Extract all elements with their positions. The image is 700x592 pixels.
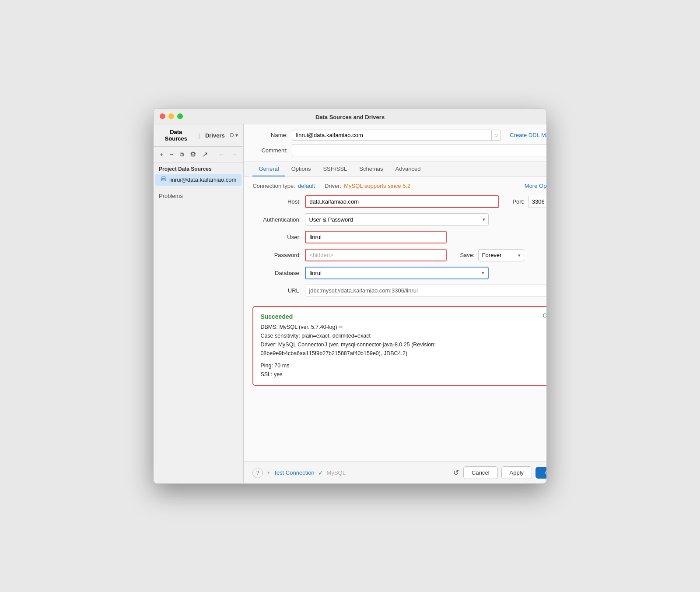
test-check-icon: ✓ <box>318 469 323 476</box>
database-chevron-icon[interactable]: ▾ <box>478 268 488 278</box>
host-row: Host: Port: <box>252 195 547 208</box>
close-button[interactable] <box>160 113 165 119</box>
form-section: Host: Port: Authentication: <box>252 195 547 390</box>
minimize-button[interactable] <box>168 113 174 119</box>
user-input[interactable] <box>306 232 376 243</box>
url-label: URL: <box>252 287 301 294</box>
export-button[interactable]: ↗ <box>200 149 210 159</box>
tab-options[interactable]: Options <box>285 162 317 176</box>
copy-button[interactable]: Copy <box>542 312 547 319</box>
more-options-link[interactable]: More Options ▾ <box>525 183 547 189</box>
name-input-wrap: ○ <box>292 130 501 141</box>
success-title: Succeeded <box>260 313 547 320</box>
pass-input-wrap <box>305 249 447 261</box>
test-conn-arrow-icon: ▾ <box>267 470 270 476</box>
left-panel-dropdown[interactable]: ▾ <box>235 132 238 138</box>
save-group: Save: Forever Until restart Never <box>460 249 524 261</box>
host-input[interactable] <box>306 196 402 207</box>
name-circle-button[interactable]: ○ <box>492 130 501 141</box>
project-data-sources-header: Project Data Sources <box>154 162 243 174</box>
success-box: Succeeded Copy DBMS: MySQL (ver. 5.7.40-… <box>252 306 547 386</box>
test-mysql-label: MySQL <box>327 469 346 476</box>
password-label: Password: <box>252 252 301 258</box>
content-area: Connection type: default Driver: MySQL s… <box>244 176 547 462</box>
test-connection-area: ▾ Test Connection ✓ MySQL ↺ <box>267 469 459 477</box>
left-tab-bar: Data Sources | Drivers D ▾ <box>154 124 243 147</box>
remove-datasource-button[interactable]: − <box>168 150 175 159</box>
forward-button[interactable]: → <box>228 150 239 159</box>
problems-section: Problems <box>154 189 243 203</box>
back-button[interactable]: ← <box>216 150 227 159</box>
tab-general[interactable]: General <box>252 162 285 176</box>
host-extra-input[interactable] <box>402 196 498 207</box>
auth-select-wrap: User & Password No auth LDAP <box>305 213 489 226</box>
export-icon: ↗ <box>202 150 208 159</box>
port-input[interactable] <box>528 196 547 208</box>
port-label: Port: <box>512 198 524 205</box>
gear-icon: ⚙ <box>190 150 196 159</box>
settings-button[interactable]: ⚙ <box>188 149 198 159</box>
bottom-bar: ? ▾ Test Connection ✓ MySQL ↺ Cancel App… <box>244 462 547 483</box>
user-extra-input[interactable] <box>376 232 446 243</box>
pencil-icon[interactable]: ✏ <box>339 324 343 330</box>
action-toolbar: + − ⧉ ⚙ ↗ ← → <box>154 147 243 162</box>
host-input-wrap <box>305 195 499 208</box>
cancel-button[interactable]: Cancel <box>463 466 497 479</box>
comment-input[interactable] <box>292 144 547 156</box>
user-label: User: <box>252 234 301 240</box>
copy-datasource-button[interactable]: ⧉ <box>178 150 186 159</box>
tab-separator: | <box>199 132 200 139</box>
pass-extra-input[interactable] <box>376 250 446 261</box>
success-ssl: SSL: yes <box>260 370 547 379</box>
port-group: Port: <box>512 196 547 208</box>
driver-label: Driver: <box>325 183 341 189</box>
comment-row: Comment: ↗ <box>252 144 547 156</box>
conn-type-row: Connection type: default Driver: MySQL s… <box>252 183 547 189</box>
copy-icon: ⧉ <box>180 151 184 158</box>
database-label: Database: <box>252 270 301 276</box>
datasource-item[interactable]: linrui@data.kaifamiao.com <box>155 174 242 186</box>
auth-select[interactable]: User & Password No auth LDAP <box>305 213 489 226</box>
save-select[interactable]: Forever Until restart Never <box>478 249 524 261</box>
password-input[interactable] <box>306 250 376 261</box>
maximize-button[interactable] <box>177 113 183 119</box>
window-controls <box>160 113 183 119</box>
tab-ssh-ssl[interactable]: SSH/SSL <box>317 162 353 176</box>
left-panel-icon: D <box>230 132 234 138</box>
success-dbms: DBMS: MySQL (ver. 5.7.40-log) ✏ <box>260 323 547 331</box>
main-window: Data Sources and Drivers Data Sources | … <box>153 108 547 484</box>
url-input[interactable] <box>305 285 547 296</box>
name-input[interactable] <box>292 130 492 141</box>
tabs-bar: General Options SSH/SSL Schemas Advanced <box>244 162 547 176</box>
name-label: Name: <box>252 132 287 138</box>
auth-label: Authentication: <box>252 216 301 223</box>
driver-value[interactable]: MySQL supports since 5.2 <box>344 183 410 189</box>
database-input[interactable] <box>306 268 478 278</box>
datasource-label: linrui@data.kaifamiao.com <box>169 176 236 183</box>
right-panel: Name: ○ Create DDL Mapping Comment: ↗ Ge… <box>244 124 547 483</box>
user-input-wrap <box>305 231 447 243</box>
ok-button[interactable]: OK <box>536 467 547 479</box>
help-button[interactable]: ? <box>252 468 263 478</box>
create-ddl-link[interactable]: Create DDL Mapping <box>510 132 547 138</box>
datasource-icon <box>161 176 167 183</box>
save-select-wrap: Forever Until restart Never <box>478 249 524 261</box>
add-icon: + <box>160 151 163 158</box>
tab-advanced[interactable]: Advanced <box>389 162 427 176</box>
conn-type-label: Connection type: <box>252 183 295 189</box>
comment-label: Comment: <box>252 147 287 154</box>
apply-button[interactable]: Apply <box>501 466 532 479</box>
add-datasource-button[interactable]: + <box>158 150 165 159</box>
tab-data-sources[interactable]: Data Sources <box>159 128 193 143</box>
svg-point-0 <box>161 177 166 179</box>
refresh-button[interactable]: ↺ <box>453 469 459 477</box>
auth-row: Authentication: User & Password No auth … <box>252 213 547 226</box>
test-connection-link[interactable]: Test Connection <box>273 469 314 476</box>
user-row: User: <box>252 231 547 243</box>
success-case: Case sensitivity: plain=exact, delimited… <box>260 331 547 340</box>
conn-type-value[interactable]: default <box>298 183 315 189</box>
tab-drivers[interactable]: Drivers <box>205 131 225 140</box>
tab-schemas[interactable]: Schemas <box>353 162 389 176</box>
left-panel: Data Sources | Drivers D ▾ + − ⧉ <box>154 124 244 483</box>
problems-label: Problems <box>159 193 183 199</box>
